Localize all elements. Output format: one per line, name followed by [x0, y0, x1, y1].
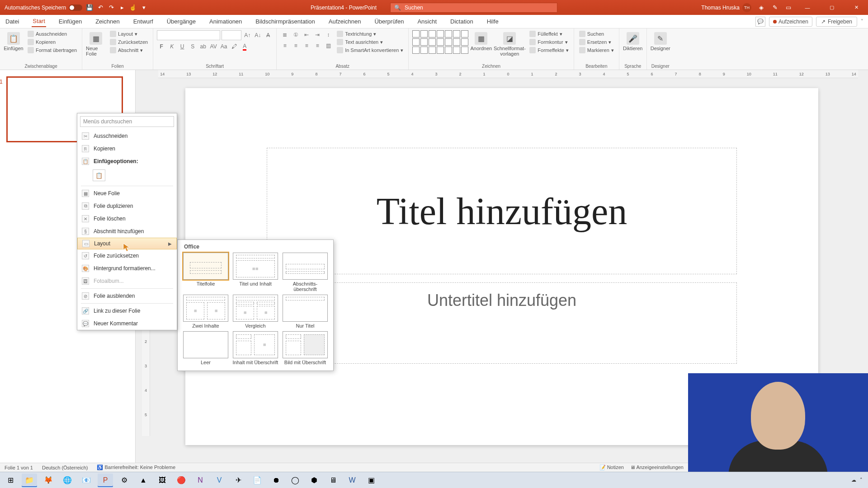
ctx-link-slide[interactable]: 🔗Link zu dieser Folie: [77, 305, 177, 317]
taskbar-chrome-icon[interactable]: 🌐: [60, 474, 75, 487]
ctx-format-background[interactable]: 🎨Hintergrund formatieren...: [77, 262, 177, 275]
text-direction-button[interactable]: Textrichtung ▾: [335, 30, 405, 38]
ctx-duplicate-slide[interactable]: ⧉Folie duplizieren: [77, 200, 177, 212]
taskbar-app-icon[interactable]: 🖼: [155, 474, 170, 487]
privacy-icon[interactable]: ◈: [758, 4, 765, 11]
line-spacing-icon[interactable]: ↕: [324, 30, 333, 39]
qat-customize-icon[interactable]: ▾: [140, 4, 147, 11]
undo-icon[interactable]: ↶: [97, 4, 104, 11]
taskbar-app-icon[interactable]: ⬢: [307, 474, 322, 487]
taskbar-telegram-icon[interactable]: ✈: [231, 474, 246, 487]
title-placeholder[interactable]: Titel hinzufügen: [267, 148, 737, 274]
tab-ueberpruefen[interactable]: Überprüfen: [373, 16, 405, 27]
shape-icon[interactable]: [437, 47, 444, 54]
ctx-cut[interactable]: ✂Ausschneiden: [77, 130, 177, 142]
touch-mode-icon[interactable]: ☝: [129, 4, 137, 11]
ctx-hide-slide[interactable]: ⊘Folie ausblenden: [77, 290, 177, 302]
tab-dictation[interactable]: Dictation: [449, 16, 474, 27]
taskbar-app-icon[interactable]: 📄: [250, 474, 265, 487]
shape-icon[interactable]: [412, 47, 420, 54]
system-tray[interactable]: ☁ ˄: [851, 477, 865, 483]
align-right-icon[interactable]: ≡: [302, 41, 311, 50]
taskbar-explorer-icon[interactable]: 📁: [22, 474, 37, 487]
layout-inhalt-mit-ueberschrift[interactable]: ▦ Inhalt mit Überschrift: [232, 331, 279, 365]
designer-button[interactable]: ✎Designer: [651, 30, 670, 51]
coming-soon-icon[interactable]: ✎: [771, 4, 778, 11]
shape-icon[interactable]: [429, 38, 436, 46]
shape-icon[interactable]: [461, 47, 468, 54]
save-icon[interactable]: 💾: [86, 4, 93, 11]
shape-icon[interactable]: [445, 30, 452, 38]
weather-icon[interactable]: ☁: [851, 477, 856, 483]
number-icon[interactable]: ①: [291, 30, 300, 39]
user-account[interactable]: Thomas Hruska TH: [701, 3, 751, 12]
layout-bild-mit-ueberschrift[interactable]: Bild mit Überschrift: [282, 331, 329, 365]
ctx-add-section[interactable]: §Abschnitt hinzufügen: [77, 225, 177, 238]
taskbar-onenote-icon[interactable]: N: [193, 474, 208, 487]
tab-datei[interactable]: Datei: [5, 16, 20, 27]
taskbar-powerpoint-icon[interactable]: P: [98, 474, 113, 487]
strike-icon[interactable]: S: [188, 42, 197, 51]
taskbar-app-icon[interactable]: 🔴: [174, 474, 189, 487]
align-text-button[interactable]: Text ausrichten ▾: [335, 38, 405, 46]
highlight-icon[interactable]: 🖍: [230, 42, 239, 51]
format-painter-button[interactable]: Format übertragen: [26, 47, 78, 54]
shape-icon[interactable]: [445, 38, 452, 46]
align-left-icon[interactable]: ≡: [280, 41, 289, 50]
taskbar-app-icon[interactable]: V: [212, 474, 227, 487]
dictate-button[interactable]: 🎤Diktieren: [623, 30, 643, 51]
comments-icon[interactable]: 💬: [755, 17, 765, 27]
shape-icon[interactable]: [412, 38, 420, 46]
taskbar-app-icon[interactable]: 🖥: [326, 474, 341, 487]
shrink-font-icon[interactable]: A↓: [253, 31, 262, 40]
ribbon-display-icon[interactable]: ▭: [785, 4, 792, 11]
notes-button[interactable]: 📝 Notizen: [599, 465, 624, 470]
grow-font-icon[interactable]: A↑: [243, 31, 252, 40]
taskbar-app-icon[interactable]: ⚙: [117, 474, 132, 487]
redo-icon[interactable]: ↷: [108, 4, 115, 11]
tab-uebergaenge[interactable]: Übergänge: [166, 16, 197, 27]
status-accessibility[interactable]: ♿ Barrierefreiheit: Keine Probleme: [97, 465, 175, 470]
italic-icon[interactable]: K: [167, 42, 176, 51]
autosave-switch-icon[interactable]: [69, 5, 82, 11]
shape-icon[interactable]: [437, 30, 444, 38]
replace-button[interactable]: Ersetzen ▾: [578, 38, 615, 46]
reset-slide-button[interactable]: Zurücksetzen: [108, 38, 149, 46]
layout-abschnittsueberschrift[interactable]: Abschnitts-überschrift: [282, 253, 329, 292]
section-dropdown[interactable]: Abschnitt ▾: [108, 47, 149, 54]
spacing-icon[interactable]: AV: [209, 42, 218, 51]
indent-decrease-icon[interactable]: ⇤: [302, 30, 311, 39]
status-language[interactable]: Deutsch (Österreich): [42, 465, 88, 470]
maximize-button[interactable]: ▢: [823, 1, 841, 14]
minimize-button[interactable]: —: [798, 1, 816, 14]
tab-ansicht[interactable]: Ansicht: [416, 16, 438, 27]
shapes-gallery[interactable]: [412, 30, 468, 54]
shape-fill-button[interactable]: Fülleffekt ▾: [528, 30, 570, 38]
font-color-icon[interactable]: A: [240, 42, 249, 51]
quickstyles-button[interactable]: ◪Schnellformat-vorlagen: [494, 30, 525, 56]
display-settings-button[interactable]: 🖥 Anzeigeeinstellungen: [630, 465, 684, 470]
tab-entwurf[interactable]: Entwurf: [132, 16, 154, 27]
cut-button[interactable]: Ausschneiden: [26, 30, 78, 38]
paste-button[interactable]: 📋Einfügen: [4, 30, 24, 51]
ribbon-collapse-icon[interactable]: ˅: [861, 19, 863, 24]
arrange-button[interactable]: ▦Anordnen: [471, 30, 491, 51]
shape-icon[interactable]: [453, 38, 460, 46]
select-button[interactable]: Markieren ▾: [578, 47, 615, 54]
start-button[interactable]: ⊞: [3, 474, 18, 487]
shape-icon[interactable]: [429, 47, 436, 54]
shadow-icon[interactable]: ab: [198, 42, 208, 51]
shape-icon[interactable]: [420, 47, 428, 54]
taskbar-app-icon[interactable]: ▣: [363, 474, 379, 487]
taskbar-obs-icon[interactable]: ⏺: [269, 474, 284, 487]
shape-effects-button[interactable]: Formeffekte ▾: [528, 47, 570, 54]
layout-nur-titel[interactable]: Nur Titel: [282, 295, 329, 328]
menu-search-input[interactable]: Menüs durchsuchen: [80, 116, 174, 127]
taskbar-outlook-icon[interactable]: 📧: [79, 474, 94, 487]
autosave-toggle[interactable]: Automatisches Speichern: [5, 5, 82, 11]
clear-format-icon[interactable]: A̶: [264, 31, 273, 40]
search-input[interactable]: 🔍 Suchen: [390, 3, 557, 13]
smartart-button[interactable]: In SmartArt konvertieren ▾: [335, 47, 405, 54]
layout-leer[interactable]: Leer: [182, 331, 229, 365]
tab-bildschirmpraesentation[interactable]: Bildschirmpräsentation: [255, 16, 316, 27]
